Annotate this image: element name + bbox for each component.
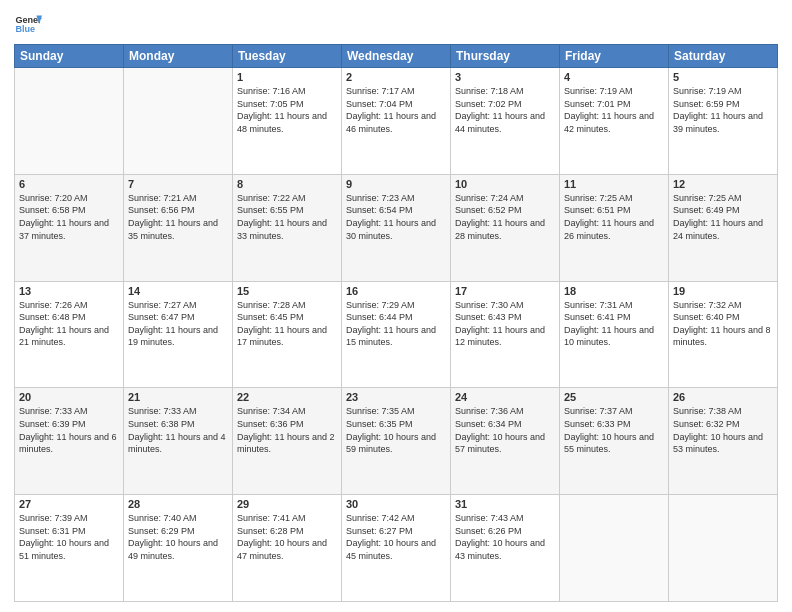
- week-row-4: 20Sunrise: 7:33 AM Sunset: 6:39 PM Dayli…: [15, 388, 778, 495]
- day-number: 23: [346, 391, 446, 403]
- logo: General Blue: [14, 10, 42, 38]
- day-number: 24: [455, 391, 555, 403]
- day-info: Sunrise: 7:39 AM Sunset: 6:31 PM Dayligh…: [19, 512, 119, 562]
- calendar-cell: 15Sunrise: 7:28 AM Sunset: 6:45 PM Dayli…: [233, 281, 342, 388]
- calendar-cell: [560, 495, 669, 602]
- week-row-3: 13Sunrise: 7:26 AM Sunset: 6:48 PM Dayli…: [15, 281, 778, 388]
- day-number: 11: [564, 178, 664, 190]
- calendar-cell: [669, 495, 778, 602]
- day-info: Sunrise: 7:25 AM Sunset: 6:51 PM Dayligh…: [564, 192, 664, 242]
- calendar-cell: 24Sunrise: 7:36 AM Sunset: 6:34 PM Dayli…: [451, 388, 560, 495]
- day-info: Sunrise: 7:41 AM Sunset: 6:28 PM Dayligh…: [237, 512, 337, 562]
- calendar-cell: 10Sunrise: 7:24 AM Sunset: 6:52 PM Dayli…: [451, 174, 560, 281]
- day-info: Sunrise: 7:16 AM Sunset: 7:05 PM Dayligh…: [237, 85, 337, 135]
- calendar-header-row: SundayMondayTuesdayWednesdayThursdayFrid…: [15, 45, 778, 68]
- calendar-cell: 17Sunrise: 7:30 AM Sunset: 6:43 PM Dayli…: [451, 281, 560, 388]
- day-info: Sunrise: 7:37 AM Sunset: 6:33 PM Dayligh…: [564, 405, 664, 455]
- day-number: 6: [19, 178, 119, 190]
- day-number: 22: [237, 391, 337, 403]
- day-info: Sunrise: 7:25 AM Sunset: 6:49 PM Dayligh…: [673, 192, 773, 242]
- day-number: 30: [346, 498, 446, 510]
- logo-icon: General Blue: [14, 10, 42, 38]
- day-info: Sunrise: 7:22 AM Sunset: 6:55 PM Dayligh…: [237, 192, 337, 242]
- calendar-cell: 21Sunrise: 7:33 AM Sunset: 6:38 PM Dayli…: [124, 388, 233, 495]
- day-info: Sunrise: 7:27 AM Sunset: 6:47 PM Dayligh…: [128, 299, 228, 349]
- day-info: Sunrise: 7:24 AM Sunset: 6:52 PM Dayligh…: [455, 192, 555, 242]
- calendar-cell: 1Sunrise: 7:16 AM Sunset: 7:05 PM Daylig…: [233, 68, 342, 175]
- day-info: Sunrise: 7:38 AM Sunset: 6:32 PM Dayligh…: [673, 405, 773, 455]
- column-header-monday: Monday: [124, 45, 233, 68]
- svg-text:Blue: Blue: [15, 24, 35, 34]
- calendar-cell: 9Sunrise: 7:23 AM Sunset: 6:54 PM Daylig…: [342, 174, 451, 281]
- calendar-cell: 16Sunrise: 7:29 AM Sunset: 6:44 PM Dayli…: [342, 281, 451, 388]
- day-info: Sunrise: 7:28 AM Sunset: 6:45 PM Dayligh…: [237, 299, 337, 349]
- calendar-cell: 2Sunrise: 7:17 AM Sunset: 7:04 PM Daylig…: [342, 68, 451, 175]
- calendar-cell: 3Sunrise: 7:18 AM Sunset: 7:02 PM Daylig…: [451, 68, 560, 175]
- day-number: 2: [346, 71, 446, 83]
- day-info: Sunrise: 7:20 AM Sunset: 6:58 PM Dayligh…: [19, 192, 119, 242]
- day-info: Sunrise: 7:31 AM Sunset: 6:41 PM Dayligh…: [564, 299, 664, 349]
- day-number: 15: [237, 285, 337, 297]
- column-header-thursday: Thursday: [451, 45, 560, 68]
- day-number: 26: [673, 391, 773, 403]
- column-header-friday: Friday: [560, 45, 669, 68]
- day-number: 7: [128, 178, 228, 190]
- day-number: 9: [346, 178, 446, 190]
- day-number: 17: [455, 285, 555, 297]
- week-row-1: 1Sunrise: 7:16 AM Sunset: 7:05 PM Daylig…: [15, 68, 778, 175]
- day-info: Sunrise: 7:19 AM Sunset: 6:59 PM Dayligh…: [673, 85, 773, 135]
- day-info: Sunrise: 7:40 AM Sunset: 6:29 PM Dayligh…: [128, 512, 228, 562]
- calendar-cell: 13Sunrise: 7:26 AM Sunset: 6:48 PM Dayli…: [15, 281, 124, 388]
- column-header-tuesday: Tuesday: [233, 45, 342, 68]
- day-info: Sunrise: 7:42 AM Sunset: 6:27 PM Dayligh…: [346, 512, 446, 562]
- calendar-cell: 8Sunrise: 7:22 AM Sunset: 6:55 PM Daylig…: [233, 174, 342, 281]
- day-number: 13: [19, 285, 119, 297]
- day-number: 21: [128, 391, 228, 403]
- day-number: 28: [128, 498, 228, 510]
- day-number: 29: [237, 498, 337, 510]
- day-info: Sunrise: 7:32 AM Sunset: 6:40 PM Dayligh…: [673, 299, 773, 349]
- calendar-cell: [124, 68, 233, 175]
- column-header-saturday: Saturday: [669, 45, 778, 68]
- day-number: 14: [128, 285, 228, 297]
- day-number: 12: [673, 178, 773, 190]
- calendar-cell: 6Sunrise: 7:20 AM Sunset: 6:58 PM Daylig…: [15, 174, 124, 281]
- calendar-cell: 5Sunrise: 7:19 AM Sunset: 6:59 PM Daylig…: [669, 68, 778, 175]
- day-number: 18: [564, 285, 664, 297]
- day-info: Sunrise: 7:36 AM Sunset: 6:34 PM Dayligh…: [455, 405, 555, 455]
- calendar-cell: 25Sunrise: 7:37 AM Sunset: 6:33 PM Dayli…: [560, 388, 669, 495]
- header: General Blue: [14, 10, 778, 38]
- day-number: 16: [346, 285, 446, 297]
- day-number: 31: [455, 498, 555, 510]
- day-info: Sunrise: 7:21 AM Sunset: 6:56 PM Dayligh…: [128, 192, 228, 242]
- calendar-cell: 31Sunrise: 7:43 AM Sunset: 6:26 PM Dayli…: [451, 495, 560, 602]
- calendar-cell: 18Sunrise: 7:31 AM Sunset: 6:41 PM Dayli…: [560, 281, 669, 388]
- calendar-cell: 4Sunrise: 7:19 AM Sunset: 7:01 PM Daylig…: [560, 68, 669, 175]
- week-row-5: 27Sunrise: 7:39 AM Sunset: 6:31 PM Dayli…: [15, 495, 778, 602]
- page: General Blue SundayMondayTuesdayWednesda…: [0, 0, 792, 612]
- column-header-sunday: Sunday: [15, 45, 124, 68]
- calendar-cell: 12Sunrise: 7:25 AM Sunset: 6:49 PM Dayli…: [669, 174, 778, 281]
- day-info: Sunrise: 7:29 AM Sunset: 6:44 PM Dayligh…: [346, 299, 446, 349]
- day-info: Sunrise: 7:26 AM Sunset: 6:48 PM Dayligh…: [19, 299, 119, 349]
- day-info: Sunrise: 7:19 AM Sunset: 7:01 PM Dayligh…: [564, 85, 664, 135]
- day-number: 27: [19, 498, 119, 510]
- day-info: Sunrise: 7:17 AM Sunset: 7:04 PM Dayligh…: [346, 85, 446, 135]
- column-header-wednesday: Wednesday: [342, 45, 451, 68]
- calendar-cell: [15, 68, 124, 175]
- week-row-2: 6Sunrise: 7:20 AM Sunset: 6:58 PM Daylig…: [15, 174, 778, 281]
- day-number: 19: [673, 285, 773, 297]
- day-number: 1: [237, 71, 337, 83]
- calendar-cell: 11Sunrise: 7:25 AM Sunset: 6:51 PM Dayli…: [560, 174, 669, 281]
- calendar-table: SundayMondayTuesdayWednesdayThursdayFrid…: [14, 44, 778, 602]
- day-number: 25: [564, 391, 664, 403]
- day-info: Sunrise: 7:18 AM Sunset: 7:02 PM Dayligh…: [455, 85, 555, 135]
- calendar-cell: 29Sunrise: 7:41 AM Sunset: 6:28 PM Dayli…: [233, 495, 342, 602]
- day-info: Sunrise: 7:30 AM Sunset: 6:43 PM Dayligh…: [455, 299, 555, 349]
- calendar-cell: 23Sunrise: 7:35 AM Sunset: 6:35 PM Dayli…: [342, 388, 451, 495]
- calendar-cell: 30Sunrise: 7:42 AM Sunset: 6:27 PM Dayli…: [342, 495, 451, 602]
- calendar-cell: 28Sunrise: 7:40 AM Sunset: 6:29 PM Dayli…: [124, 495, 233, 602]
- calendar-cell: 27Sunrise: 7:39 AM Sunset: 6:31 PM Dayli…: [15, 495, 124, 602]
- calendar-cell: 7Sunrise: 7:21 AM Sunset: 6:56 PM Daylig…: [124, 174, 233, 281]
- calendar-cell: 14Sunrise: 7:27 AM Sunset: 6:47 PM Dayli…: [124, 281, 233, 388]
